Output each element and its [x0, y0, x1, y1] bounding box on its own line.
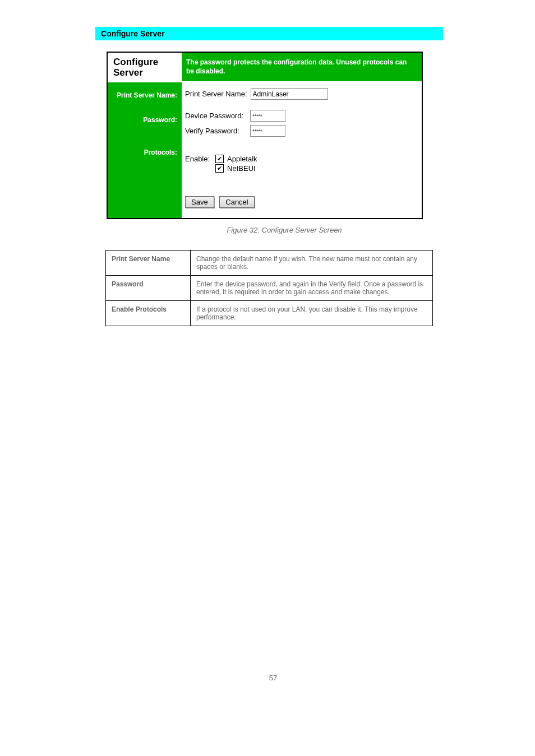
cell-key: Enable Protocols: [106, 301, 191, 326]
cancel-button[interactable]: Cancel: [219, 196, 254, 208]
section-bar: Configure Server: [95, 27, 443, 40]
page-number: 57: [95, 674, 451, 682]
table-row: Print Server Name Change the default nam…: [106, 251, 433, 276]
cell-key: Print Server Name: [106, 251, 191, 276]
device-password-input[interactable]: [250, 110, 285, 122]
device-password-label: Device Password:: [185, 112, 247, 120]
cell-value: If a protocol is not used on your LAN, y…: [191, 301, 433, 326]
table-row: Password Enter the device password, and …: [106, 276, 433, 301]
cell-value: Change the default name if you wish. The…: [191, 251, 433, 276]
right-column: The password protects the configuration …: [182, 53, 422, 218]
appletalk-label: Appletalk: [227, 155, 257, 163]
table-row: Enable Protocols If a protocol is not us…: [106, 301, 433, 326]
panel-title: Configure Server: [108, 53, 182, 82]
netbeui-label: NetBEUI: [227, 164, 256, 173]
figure-caption: Figure 32: Configure Server Screen: [118, 226, 451, 234]
save-button[interactable]: Save: [185, 196, 214, 208]
left-label-name: Print Server Name:: [108, 82, 182, 103]
configure-server-panel: Configure Server Print Server Name: Pass…: [107, 52, 423, 219]
verify-password-input[interactable]: [250, 125, 285, 137]
cell-value: Enter the device password, and again in …: [191, 276, 433, 301]
left-label-protocols: Protocols:: [108, 127, 182, 160]
panel-header: The password protects the configuration …: [182, 53, 422, 81]
print-server-name-label: Print Server Name:: [185, 90, 247, 98]
print-server-name-input[interactable]: [251, 88, 328, 100]
left-label-password: Password:: [108, 103, 182, 127]
verify-password-label: Verify Password:: [185, 127, 247, 135]
description-table: Print Server Name Change the default nam…: [105, 250, 433, 326]
netbeui-checkbox[interactable]: ✔: [215, 164, 224, 173]
cell-key: Password: [106, 276, 191, 301]
left-column: Configure Server Print Server Name: Pass…: [108, 53, 182, 218]
enable-label: Enable:: [185, 155, 210, 163]
appletalk-checkbox[interactable]: ✔: [215, 155, 224, 163]
